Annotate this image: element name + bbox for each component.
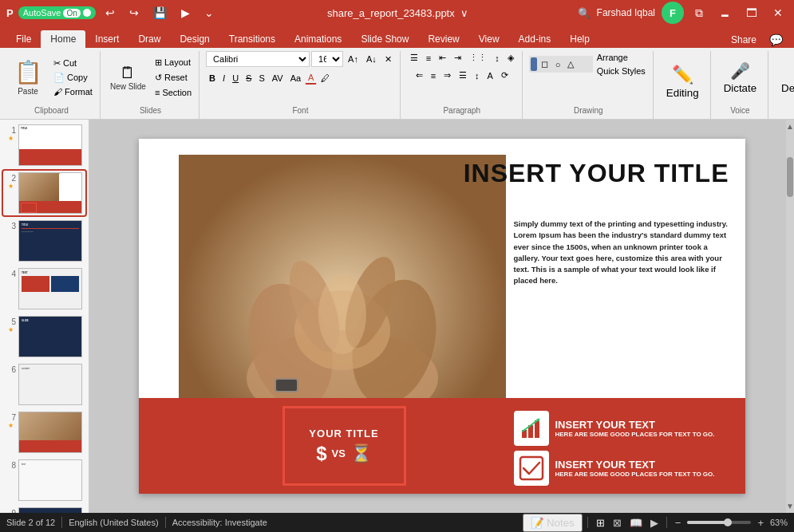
text-shadow-btn[interactable]: A	[484, 69, 496, 82]
tab-help[interactable]: Help	[560, 30, 599, 48]
search-icon[interactable]: 🔍	[578, 7, 591, 19]
reset-button[interactable]: ↺ Reset	[152, 71, 194, 85]
present-button[interactable]: ▶	[176, 5, 195, 21]
copy-button[interactable]: 📄 Copy	[51, 71, 95, 85]
decrease-indent-button[interactable]: ⇤	[436, 51, 449, 65]
slide-item-4[interactable]: 4 ★ TEXT	[3, 266, 85, 311]
shape-btn-1[interactable]: ◻	[538, 57, 551, 71]
zoom-in-button[interactable]: +	[754, 515, 767, 530]
editing-button[interactable]: ✏️ Editing	[660, 61, 705, 102]
italic-button[interactable]: I	[219, 72, 228, 85]
scroll-up-button[interactable]: ▲	[784, 120, 794, 133]
align-center-button[interactable]: ≡	[428, 69, 439, 82]
redo-button[interactable]: ↪	[124, 5, 144, 21]
text-direction-button[interactable]: ↕	[492, 52, 503, 65]
slide-item-2[interactable]: 2 ★	[3, 171, 85, 215]
tab-home[interactable]: Home	[41, 30, 85, 48]
accessibility-label[interactable]: Accessibility: Investigate	[172, 518, 267, 527]
zoom-area: − + 63%	[672, 515, 788, 530]
info-icon-box-2	[514, 451, 549, 486]
maximize-button[interactable]: 🗖	[741, 5, 762, 21]
tab-insert[interactable]: Insert	[85, 30, 128, 48]
tab-design[interactable]: Design	[170, 30, 219, 48]
window-restore-button[interactable]: ⧉	[690, 5, 708, 22]
paste-button[interactable]: 📋 Paste	[8, 57, 48, 98]
para-convert-btn[interactable]: ⟳	[498, 69, 512, 82]
slide-item-6[interactable]: 6 ★ content	[3, 362, 85, 407]
text-highlight-button[interactable]: 🖊	[318, 72, 333, 85]
decrease-font-button[interactable]: A↓	[363, 53, 380, 65]
close-button[interactable]: ✕	[768, 5, 788, 21]
undo-button[interactable]: ↩	[101, 5, 120, 21]
slide-item-7[interactable]: 7 ★	[3, 410, 85, 455]
case-button[interactable]: Aa	[287, 72, 304, 85]
slide-sorter-button[interactable]: ⊠	[610, 515, 625, 530]
clear-format-button[interactable]: ✕	[381, 53, 395, 66]
svg-point-7	[318, 274, 366, 354]
title-bar: P AutoSave On ↩ ↪ 💾 ▶ ⌄ share_a_report_2…	[0, 0, 794, 26]
slide-item-3[interactable]: 3 ★ TITLE text text text text	[3, 219, 85, 263]
arrange-button[interactable]: Arrange	[595, 51, 648, 64]
section-button[interactable]: ≡ Section	[152, 86, 194, 99]
smart-art-button[interactable]: ◈	[504, 51, 517, 65]
tab-transitions[interactable]: Transitions	[219, 30, 285, 48]
shape-btn-3[interactable]: △	[564, 57, 577, 71]
normal-view-button[interactable]: ⊞	[593, 515, 608, 530]
shadow-button[interactable]: S	[255, 72, 267, 85]
tab-addins[interactable]: Add-ins	[509, 30, 561, 48]
notes-button[interactable]: 📝 Notes	[523, 514, 583, 532]
comments-icon[interactable]: 💬	[764, 32, 788, 48]
tab-view[interactable]: View	[469, 30, 509, 48]
scrollbar-vertical[interactable]: ▲ ▼	[786, 120, 794, 513]
slide-item-1[interactable]: 1 ★ TITLE	[3, 123, 85, 167]
autosave-label: AutoSave	[23, 8, 61, 18]
new-slide-button[interactable]: 🗒 New Slide	[107, 62, 149, 93]
scroll-down-button[interactable]: ▼	[784, 499, 794, 513]
font-color-button[interactable]: A	[305, 71, 317, 85]
align-left-button[interactable]: ⇐	[413, 69, 426, 82]
increase-indent-button[interactable]: ⇥	[451, 51, 464, 65]
design-ideas-button[interactable]: 💡 Design Ideas	[775, 58, 794, 97]
zoom-slider[interactable]	[687, 521, 751, 524]
autosave-toggle[interactable]: AutoSave On	[18, 6, 96, 19]
tab-draw[interactable]: Draw	[128, 30, 170, 48]
slide-item-5[interactable]: 5 ★ SLIDE	[3, 314, 85, 359]
increase-font-button[interactable]: A↑	[345, 53, 361, 65]
share-button[interactable]: Share	[723, 32, 764, 48]
zoom-out-button[interactable]: −	[672, 515, 685, 530]
format-painter-button[interactable]: 🖌 Format	[51, 85, 95, 98]
minimize-button[interactable]: 🗕	[714, 5, 735, 21]
justify-button[interactable]: ☰	[456, 69, 470, 82]
slide-item-9[interactable]: 9 ★	[3, 506, 85, 513]
underline-button[interactable]: U	[229, 72, 242, 85]
tab-review[interactable]: Review	[418, 30, 468, 48]
spacing-button[interactable]: AV	[269, 72, 286, 85]
tab-slideshow[interactable]: Slide Show	[351, 30, 418, 48]
save-button[interactable]: 💾	[148, 5, 172, 21]
shape-rect-button[interactable]	[531, 57, 537, 71]
font-size-select[interactable]: 16	[311, 51, 343, 67]
your-title-box[interactable]: YOUR TITLE $ VS ⏳	[282, 406, 406, 486]
shape-btn-2[interactable]: ○	[552, 57, 564, 71]
align-right-button[interactable]: ⇒	[440, 69, 454, 82]
tab-animations[interactable]: Animations	[285, 30, 351, 48]
scroll-thumb[interactable]	[787, 157, 793, 197]
dictate-button[interactable]: 🎤 Dictate	[717, 58, 763, 97]
cut-button[interactable]: ✂ Cut	[51, 57, 95, 70]
slide-item-8[interactable]: 8 ★ text	[3, 458, 85, 502]
slideshow-view-button[interactable]: ▶	[647, 515, 662, 530]
reading-view-button[interactable]: 📖	[626, 515, 646, 530]
avatar[interactable]: F	[662, 2, 684, 24]
customize-button[interactable]: ⌄	[199, 5, 219, 21]
font-name-select[interactable]: Calibri	[206, 51, 310, 67]
quick-styles-button[interactable]: Quick Styles	[595, 65, 648, 77]
numbering-button[interactable]: ≡	[423, 52, 434, 65]
bullets-button[interactable]: ☰	[407, 51, 421, 65]
columns-button[interactable]: ⋮⋮	[466, 51, 490, 65]
layout-button[interactable]: ⊞ Layout	[152, 56, 194, 69]
strikethrough-button[interactable]: S	[243, 72, 255, 85]
tab-file[interactable]: File	[6, 30, 41, 48]
slide-canvas[interactable]: INSERT YOUR TITLE Simply dummy text of t…	[139, 139, 745, 494]
bold-button[interactable]: B	[206, 72, 219, 85]
line-spacing-button[interactable]: ↕	[472, 69, 483, 82]
